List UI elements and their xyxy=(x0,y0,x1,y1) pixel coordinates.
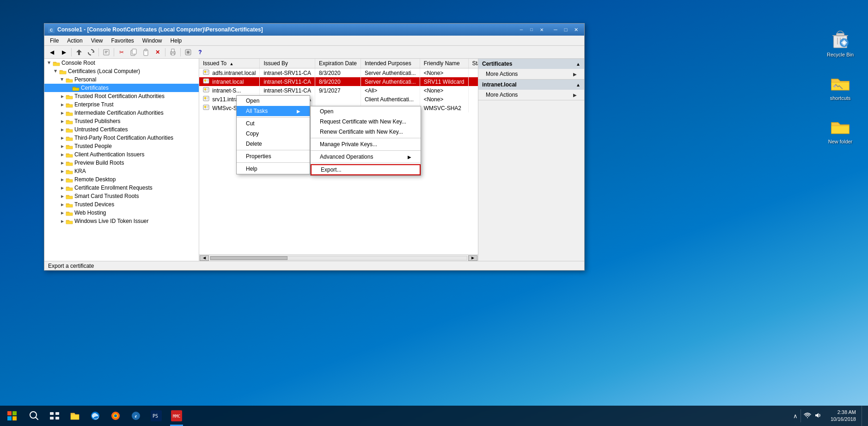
tree-label-windows-live: Windows Live ID Token Issuer xyxy=(74,218,149,224)
col-issued-to[interactable]: Issued To ▲ xyxy=(199,59,260,68)
export-btn[interactable] xyxy=(101,47,112,57)
col-status[interactable]: Status xyxy=(468,59,478,68)
svg-rect-6 xyxy=(104,49,109,55)
tree-item-trusted-publishers[interactable]: ▶ Trusted Publishers xyxy=(44,117,199,125)
close-btn[interactable]: ✕ xyxy=(571,25,581,34)
properties-btn[interactable] xyxy=(183,47,194,57)
inner-close-btn[interactable]: ✕ xyxy=(537,25,546,34)
tree-item-third-party[interactable]: ▶ Third-Party Root Certification Authori… xyxy=(44,134,199,142)
clock[interactable]: 2:38 AM 10/16/2018 xyxy=(827,409,860,423)
recycle-bin-icon[interactable]: Recycle Bin xyxy=(822,28,859,57)
submenu-request-new-key[interactable]: Request Certificate with New Key... xyxy=(311,117,421,127)
col-expiration[interactable]: Expiration Date xyxy=(315,59,361,68)
tree-item-untrusted[interactable]: ▶ Untrusted Certificates xyxy=(44,125,199,134)
tray-up-arrow[interactable]: ∧ xyxy=(793,413,798,420)
tree-item-enterprise-trust[interactable]: ▶ Enterprise Trust xyxy=(44,100,199,109)
tree-arrow-trusted-devices: ▶ xyxy=(59,201,66,208)
menu-file[interactable]: File xyxy=(46,36,62,45)
tree-item-console-root[interactable]: ▶ Console Root xyxy=(44,59,199,67)
tree-item-remote-desktop[interactable]: ▶ Remote Desktop xyxy=(44,175,199,184)
taskbar-edge[interactable] xyxy=(85,406,105,426)
cert-row-1[interactable]: adfs.intranet.local intranet-SRV11-CA 8/… xyxy=(199,68,478,78)
tree-item-client-auth[interactable]: ▶ Client Authentication Issuers xyxy=(44,150,199,159)
taskbar-firefox[interactable] xyxy=(105,406,126,426)
print-btn[interactable] xyxy=(167,47,178,57)
ctx-all-tasks[interactable]: All Tasks ▶ xyxy=(237,106,310,116)
forward-btn[interactable]: ▶ xyxy=(58,47,69,57)
copy-btn[interactable] xyxy=(128,47,139,57)
start-button[interactable] xyxy=(0,406,24,426)
tray-network-icon[interactable] xyxy=(804,412,811,420)
tree-item-preview-build[interactable]: ▶ Preview Build Roots xyxy=(44,159,199,167)
scroll-right-btn[interactable]: ▶ xyxy=(468,255,477,261)
scroll-thumb[interactable] xyxy=(210,256,287,260)
tree-item-kra[interactable]: ▶ KRA xyxy=(44,167,199,175)
menu-view[interactable]: View xyxy=(87,36,107,45)
submenu-manage-private[interactable]: Manage Private Keys... xyxy=(311,139,421,149)
submenu-advanced-ops[interactable]: Advanced Operations ▶ xyxy=(311,152,421,162)
new-folder-icon[interactable]: New folder xyxy=(822,115,859,144)
submenu-open[interactable]: Open xyxy=(311,106,421,117)
menu-window[interactable]: Window xyxy=(139,36,166,45)
tree-item-trusted-root[interactable]: ▶ Trusted Root Certification Authorities xyxy=(44,92,199,100)
horizontal-scrollbar[interactable]: ◀ ▶ xyxy=(199,254,478,261)
cert-row-3[interactable]: intranet-S... intranet-SRV11-CA 9/1/2027… xyxy=(199,86,478,95)
taskbar-task-view[interactable] xyxy=(44,406,65,426)
tree-label-personal: Personal xyxy=(74,76,96,83)
ctx-copy[interactable]: Copy xyxy=(237,129,310,139)
taskbar-mmc[interactable]: MMC xyxy=(166,406,187,426)
tree-item-trusted-people[interactable]: ▶ Trusted People xyxy=(44,142,199,150)
taskbar-ie[interactable]: e xyxy=(126,406,146,426)
help-btn[interactable]: ? xyxy=(195,47,206,57)
actions-header-certificates[interactable]: Certificates ▲ xyxy=(478,59,584,69)
maximize-btn[interactable]: □ xyxy=(561,25,570,34)
inner-min-btn[interactable]: ─ xyxy=(517,25,526,34)
tree-item-smart-card[interactable]: ▶ Smart Card Trusted Roots xyxy=(44,192,199,200)
actions-more-actions-certificates[interactable]: More Actions ▶ xyxy=(478,69,584,79)
tree-item-web-hosting[interactable]: ▶ Web Hosting xyxy=(44,209,199,217)
tree-item-certificates[interactable]: ▶ Certificates xyxy=(44,84,199,92)
ctx-properties[interactable]: Properties xyxy=(237,151,310,161)
refresh-btn[interactable] xyxy=(86,47,97,57)
cert-row-2[interactable]: intranet.local intranet-SRV11-CA 8/9/202… xyxy=(199,77,478,86)
menu-action[interactable]: Action xyxy=(63,36,86,45)
col-friendly-name[interactable]: Friendly Name xyxy=(420,59,468,68)
scroll-track[interactable] xyxy=(210,256,467,260)
minimize-btn[interactable]: ─ xyxy=(551,25,560,34)
actions-header-intranet[interactable]: intranet.local ▲ xyxy=(478,80,584,90)
tree-item-cert-enrollment[interactable]: ▶ Certificate Enrollment Requests xyxy=(44,184,199,192)
shortcuts-icon[interactable]: shortcuts xyxy=(822,71,859,101)
ctx-help[interactable]: Help xyxy=(237,164,310,174)
paste-btn[interactable] xyxy=(140,47,151,57)
tree-item-intermediate[interactable]: ▶ Intermediate Certification Authorities xyxy=(44,109,199,117)
tree-item-windows-live[interactable]: ▶ Windows Live ID Token Issuer xyxy=(44,217,199,225)
ctx-open[interactable]: Open xyxy=(237,96,310,106)
ctx-delete[interactable]: Delete xyxy=(237,139,310,149)
submenu-export[interactable]: Export... xyxy=(311,164,421,175)
up-btn[interactable] xyxy=(73,47,85,57)
tree-label-console-root: Console Root xyxy=(61,60,95,66)
tray-volume-icon[interactable] xyxy=(814,412,821,420)
tree-item-personal[interactable]: ▶ Personal xyxy=(44,75,199,84)
tree-item-trusted-devices[interactable]: ▶ Trusted Devices xyxy=(44,200,199,209)
menu-help[interactable]: Help xyxy=(167,36,186,45)
tree-arrow-trusted-root: ▶ xyxy=(59,93,66,99)
scroll-left-btn[interactable]: ◀ xyxy=(200,255,209,261)
title-bar: C Console1 - [Console Root\Certificates … xyxy=(44,24,584,36)
submenu-renew-new-key[interactable]: Renew Certificate with New Key... xyxy=(311,127,421,137)
col-purposes[interactable]: Intended Purposes xyxy=(361,59,420,68)
taskbar-file-explorer[interactable] xyxy=(65,406,85,426)
actions-more-actions-intranet[interactable]: More Actions ▶ xyxy=(478,90,584,100)
col-issued-by[interactable]: Issued By xyxy=(260,59,315,68)
menu-favorites[interactable]: Favorites xyxy=(108,36,138,45)
taskbar-search[interactable] xyxy=(24,406,44,426)
ctx-cut[interactable]: Cut xyxy=(237,118,310,129)
tree-item-local-computer[interactable]: ▶ Certificates (Local Computer) xyxy=(44,67,199,75)
back-btn[interactable]: ◀ xyxy=(46,47,57,57)
cert-issued-to-1: adfs.intranet.local xyxy=(199,68,260,78)
show-desktop-btn[interactable] xyxy=(862,406,864,426)
taskbar-powershell[interactable]: PS xyxy=(146,406,166,426)
delete-btn[interactable]: ✕ xyxy=(152,47,163,57)
cut-btn[interactable]: ✂ xyxy=(116,47,127,57)
inner-max-btn[interactable]: □ xyxy=(527,25,536,34)
